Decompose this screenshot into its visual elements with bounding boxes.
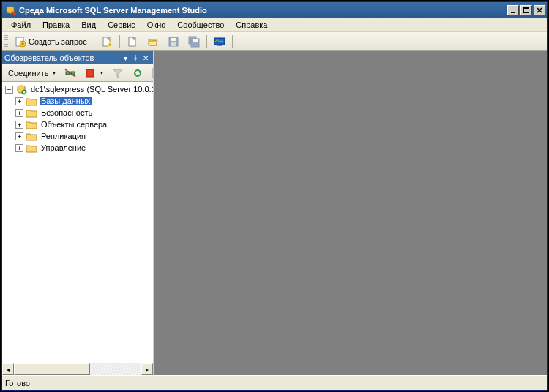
- horizontal-scrollbar[interactable]: ◂ ▸: [2, 363, 153, 375]
- tree-node-databases[interactable]: + Базы данных: [2, 95, 153, 107]
- new-query-button[interactable]: Создать запрос: [11, 34, 91, 50]
- tree-label-replication[interactable]: Репликация: [40, 132, 87, 140]
- window-title: Среда Microsoft SQL Server Management St…: [19, 6, 507, 15]
- menu-file[interactable]: Файл: [5, 19, 37, 31]
- scroll-track[interactable]: [14, 363, 141, 375]
- connect-button[interactable]: Соединить ▼: [4, 66, 60, 80]
- folder-icon: [26, 131, 37, 142]
- svg-rect-11: [171, 38, 176, 41]
- panel-dropdown-button[interactable]: ▾: [120, 53, 130, 63]
- open-file-button[interactable]: [143, 34, 163, 50]
- menubar: Файл Правка Вид Сервис Окно Сообщество С…: [2, 18, 547, 32]
- minimize-button[interactable]: [507, 5, 519, 15]
- toolbar-separator: [94, 35, 94, 48]
- connect-label: Соединить: [8, 69, 49, 78]
- maximize-button[interactable]: [520, 5, 532, 15]
- titlebar: Среда Microsoft SQL Server Management St…: [2, 2, 547, 18]
- tree-node-management[interactable]: + Управление: [2, 142, 153, 154]
- disconnect-icon: [64, 67, 76, 79]
- expander-icon[interactable]: +: [15, 97, 23, 105]
- new-project-button[interactable]: [97, 34, 116, 50]
- status-text: Готово: [5, 379, 30, 388]
- stop-icon: [84, 67, 96, 79]
- scroll-left-button[interactable]: ◂: [2, 363, 14, 375]
- tree-label-server[interactable]: dc1\sqlexpress (SQL Server 10.0.1600 -: [29, 85, 153, 94]
- refresh-button[interactable]: [128, 66, 147, 80]
- menu-edit[interactable]: Правка: [37, 19, 75, 31]
- filter-button[interactable]: [108, 66, 127, 80]
- body-area: Обозреватель объектов ▾ ✕ Соединить ▼: [2, 51, 547, 375]
- toolbar-separator-4: [232, 35, 233, 48]
- folder-icon: [26, 96, 37, 107]
- open-folder-icon: [147, 36, 159, 48]
- menu-view[interactable]: Вид: [75, 19, 102, 31]
- tree-node-server[interactable]: − dc1\sqlexpress (SQL Server 10.0.1600 -: [2, 83, 153, 95]
- filter-icon: [112, 67, 124, 79]
- tree-label-databases[interactable]: Базы данных: [40, 97, 92, 105]
- save-icon: [168, 36, 179, 48]
- chevron-down-icon: ▼: [99, 70, 104, 75]
- tree-node-security[interactable]: + Безопасность: [2, 107, 153, 118]
- tree-label-security[interactable]: Безопасность: [40, 108, 94, 117]
- new-project-icon: [101, 36, 113, 48]
- panel-pin-button[interactable]: [130, 53, 141, 63]
- save-button[interactable]: [164, 34, 183, 50]
- tree-view[interactable]: − dc1\sqlexpress (SQL Server 10.0.1600 -…: [2, 82, 153, 363]
- folder-icon: [26, 143, 37, 154]
- activity-monitor-button[interactable]: [210, 34, 229, 50]
- scroll-right-button[interactable]: ▸: [141, 363, 153, 375]
- menu-community[interactable]: Сообщество: [171, 19, 230, 31]
- chevron-down-icon: ▼: [52, 70, 57, 75]
- mdi-client-area: [154, 51, 547, 375]
- expander-icon[interactable]: +: [15, 121, 23, 129]
- panel-header: Обозреватель объектов ▾ ✕: [2, 51, 153, 64]
- menu-service[interactable]: Сервис: [102, 19, 141, 31]
- expander-icon[interactable]: +: [15, 132, 23, 140]
- toolbar-separator-2: [119, 35, 120, 48]
- new-query-icon: [15, 36, 26, 48]
- toolbar-separator-3: [206, 35, 207, 48]
- svg-rect-12: [171, 42, 176, 46]
- folder-icon: [26, 119, 37, 130]
- expander-icon[interactable]: +: [15, 109, 23, 117]
- svg-rect-20: [86, 69, 94, 77]
- disconnect-button[interactable]: [61, 66, 80, 80]
- tree-label-server-objects[interactable]: Объекты сервера: [40, 120, 108, 129]
- tree-node-server-objects[interactable]: + Объекты сервера: [2, 118, 153, 130]
- svg-rect-2: [511, 12, 515, 13]
- menu-help[interactable]: Справка: [230, 19, 273, 31]
- expander-icon[interactable]: +: [15, 144, 23, 152]
- object-explorer-panel: Обозреватель объектов ▾ ✕ Соединить ▼: [2, 51, 154, 375]
- save-all-icon: [188, 36, 200, 48]
- tree-label-management[interactable]: Управление: [40, 143, 87, 152]
- scroll-thumb[interactable]: [14, 363, 90, 375]
- save-all-button[interactable]: [184, 34, 203, 50]
- activity-monitor-icon: [214, 36, 225, 48]
- menu-window[interactable]: Окно: [141, 19, 172, 31]
- refresh-icon: [132, 67, 143, 79]
- panel-title: Обозреватель объектов: [4, 53, 120, 62]
- server-icon: [15, 84, 27, 95]
- main-toolbar: Создать запрос: [2, 32, 547, 51]
- app-icon: [4, 4, 16, 16]
- main-window: Среда Microsoft SQL Server Management St…: [1, 1, 548, 391]
- statusbar: Готово: [2, 375, 547, 390]
- new-query-label: Создать запрос: [29, 37, 87, 46]
- stop-button[interactable]: ▼: [81, 66, 108, 80]
- new-file-button[interactable]: [123, 34, 142, 50]
- svg-rect-15: [193, 39, 198, 42]
- panel-toolbar: Соединить ▼ ▼: [2, 64, 153, 82]
- tree-node-replication[interactable]: + Репликация: [2, 130, 153, 142]
- svg-rect-4: [523, 7, 529, 9]
- panel-close-button[interactable]: ✕: [141, 53, 151, 63]
- toolbar-grip: [4, 35, 8, 48]
- new-file-icon: [127, 36, 138, 48]
- svg-rect-17: [217, 45, 222, 46]
- close-button[interactable]: [534, 5, 545, 15]
- folder-icon: [26, 108, 37, 118]
- expander-icon[interactable]: −: [5, 86, 13, 94]
